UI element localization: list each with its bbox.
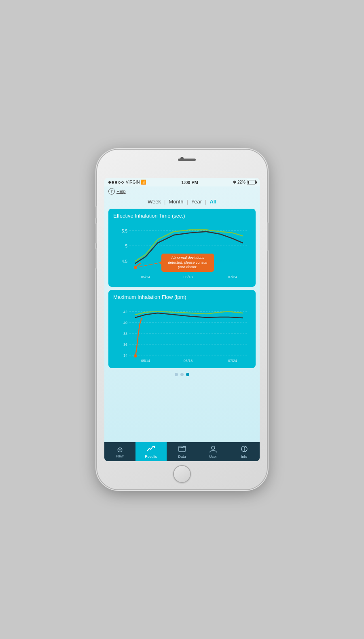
status-right: ✱ 22% — [233, 180, 256, 184]
chart2-svg: 42 40 38 36 34 — [113, 303, 251, 364]
mute-button[interactable] — [95, 206, 97, 218]
svg-text:06/18: 06/18 — [184, 359, 193, 363]
battery-fill — [248, 181, 249, 184]
status-left: VIRGIN 📶 — [108, 180, 146, 185]
wifi-icon: 📶 — [141, 180, 146, 185]
svg-point-21 — [134, 354, 137, 358]
tab-data[interactable]: Data — [167, 442, 198, 461]
svg-text:06/18: 06/18 — [184, 275, 193, 279]
tab-info[interactable]: Info — [229, 442, 260, 461]
results-icon — [147, 445, 155, 454]
speaker — [178, 159, 196, 161]
pagination-dots — [104, 368, 260, 381]
help-bar: ? Help — [104, 186, 260, 196]
volume-up-button[interactable] — [95, 223, 97, 243]
svg-text:4.5: 4.5 — [122, 259, 127, 263]
signal-dot-2 — [112, 181, 114, 184]
signal-dot-1 — [108, 181, 111, 184]
svg-text:07/24: 07/24 — [228, 359, 237, 363]
phone-frame: VIRGIN 📶 1:00 PM ✱ 22% ? Help Week — [97, 150, 267, 489]
svg-text:5.5: 5.5 — [122, 229, 127, 233]
user-icon — [209, 445, 217, 454]
power-button[interactable] — [267, 222, 269, 251]
info-icon — [240, 445, 248, 454]
tab-year[interactable]: Year — [188, 199, 205, 205]
chart2-area: 42 40 38 36 34 — [113, 303, 251, 364]
chart2-title: Maximum Inhalation Flow (lpm) — [113, 294, 251, 300]
svg-rect-25 — [179, 446, 185, 452]
tab-week[interactable]: Week — [144, 199, 164, 205]
chart-inhalation-flow: Maximum Inhalation Flow (lpm) 42 40 — [108, 290, 256, 368]
svg-text:42: 42 — [123, 310, 127, 314]
tab-new[interactable]: ⊕ New — [104, 442, 135, 461]
svg-text:38: 38 — [123, 332, 127, 336]
tab-data-label: Data — [178, 455, 186, 459]
svg-text:34: 34 — [123, 353, 127, 358]
tooltip-text: Abnormal deviations detected, please con… — [168, 256, 207, 269]
svg-line-7 — [135, 262, 162, 268]
chart1-tooltip: Abnormal deviations detected, please con… — [161, 254, 214, 272]
signal-dot-5 — [121, 181, 124, 184]
page-dot-1[interactable] — [175, 373, 178, 376]
tab-results[interactable]: Results — [135, 442, 167, 461]
home-button[interactable] — [173, 465, 191, 483]
page-dot-2[interactable] — [180, 373, 184, 376]
period-tabs: Week | Month | Year | All — [104, 196, 260, 209]
help-link[interactable]: Help — [116, 189, 126, 194]
svg-text:40: 40 — [123, 321, 127, 325]
carrier-name: VIRGIN — [126, 180, 140, 184]
svg-point-28 — [212, 446, 215, 449]
signal-dot-3 — [115, 181, 117, 184]
tab-month[interactable]: Month — [165, 199, 186, 205]
volume-down-button[interactable] — [95, 248, 97, 269]
battery-percent: 22% — [237, 180, 245, 184]
tab-new-label: New — [116, 454, 123, 458]
chart1-svg: 5.5 5 4.5 — [113, 222, 251, 283]
chart1-area: 5.5 5 4.5 — [113, 222, 251, 283]
tab-user[interactable]: User — [197, 442, 229, 461]
svg-text:05/14: 05/14 — [141, 359, 150, 363]
status-bar: VIRGIN 📶 1:00 PM ✱ 22% — [104, 178, 260, 186]
help-icon[interactable]: ? — [108, 188, 115, 195]
bluetooth-icon: ✱ — [233, 180, 236, 184]
svg-point-31 — [244, 447, 245, 448]
svg-text:36: 36 — [123, 343, 127, 347]
app-content: ? Help Week | Month | Year | All Effecti… — [104, 186, 260, 442]
signal-dot-4 — [118, 181, 121, 184]
tab-info-label: Info — [241, 455, 247, 459]
new-icon: ⊕ — [117, 446, 123, 453]
svg-text:05/14: 05/14 — [141, 275, 150, 279]
battery-icon — [247, 180, 256, 184]
signal-indicator — [108, 181, 124, 184]
chart-inhalation-time: Effective Inhalation Time (sec.) 5.5 5 4… — [108, 209, 256, 287]
svg-text:07/24: 07/24 — [228, 275, 237, 279]
tab-results-label: Results — [145, 455, 157, 459]
phone-screen: VIRGIN 📶 1:00 PM ✱ 22% ? Help Week — [104, 178, 260, 461]
svg-text:5: 5 — [125, 244, 127, 248]
tab-bar: ⊕ New Results — [104, 442, 260, 461]
charts-container: Effective Inhalation Time (sec.) 5.5 5 4… — [104, 209, 260, 368]
data-icon — [178, 445, 186, 454]
status-time: 1:00 PM — [181, 180, 198, 185]
page-dot-3[interactable] — [186, 373, 189, 376]
tab-all[interactable]: All — [206, 199, 220, 205]
chart1-title: Effective Inhalation Time (sec.) — [113, 213, 251, 219]
tab-user-label: User — [209, 455, 217, 459]
